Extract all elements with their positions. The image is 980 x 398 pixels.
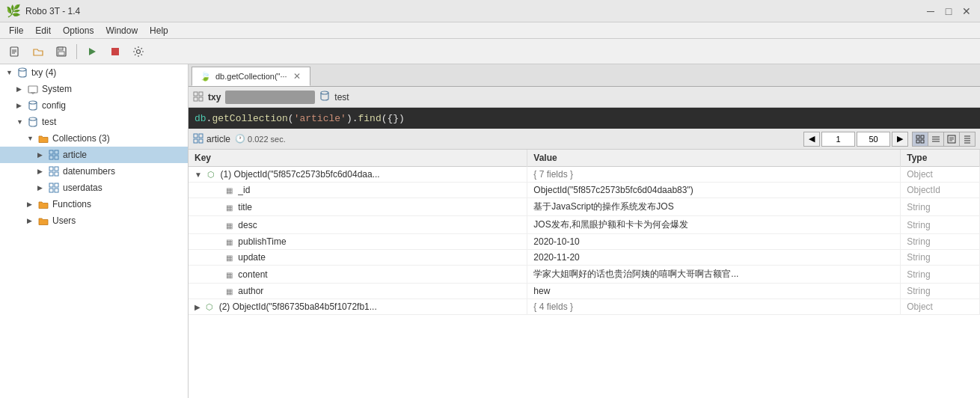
- config-arrow: ▶: [16, 102, 27, 109]
- sidebar-item-userdatas[interactable]: ▶ userdatas: [0, 180, 188, 196]
- nav-next-button[interactable]: ▶: [892, 132, 908, 147]
- row-update-value: 2020-11-20: [527, 250, 901, 266]
- table-row[interactable]: ▦ desc JOS发布,和黑眼护额和卡卡为何会爆发 String: [189, 216, 980, 234]
- sidebar-functions-label: Functions: [52, 199, 91, 209]
- sidebar-item-txy[interactable]: ▼ txy (4): [0, 64, 188, 81]
- qe-string-arg: 'article': [294, 113, 346, 124]
- row1-key-text: (1) ObjectId("5f857c2573b5fc6d04daa...: [221, 169, 380, 180]
- userdatas-collection-icon: [48, 182, 60, 194]
- row2-key-text: (2) ObjectId("5f86735ba84b5f1072fb1...: [219, 301, 377, 312]
- table-row[interactable]: ▦ title 基于JavaScript的操作系统发布JOS String: [189, 198, 980, 216]
- app-icon: 🌿: [6, 4, 21, 18]
- row-desc-value: JOS发布,和黑眼护额和卡卡为何会爆发: [527, 216, 901, 234]
- row2-obj-icon: ⬡: [206, 302, 213, 311]
- toolbar-separator: [76, 44, 77, 59]
- svg-rect-23: [55, 172, 58, 176]
- svg-rect-22: [49, 172, 53, 176]
- query-bar-icon: [193, 91, 203, 103]
- row-id-value: ObjectId("5f857c2573b5fc6d04daab83"): [527, 183, 901, 198]
- sidebar-userdatas-label: userdatas: [63, 183, 102, 193]
- child-field-icon: ▦: [226, 271, 233, 279]
- svg-point-14: [29, 101, 37, 104]
- nav-prev-button[interactable]: ◀: [803, 132, 820, 147]
- toolbar-save-btn[interactable]: [51, 42, 72, 61]
- config-db-icon: [27, 100, 39, 111]
- toolbar-stop-btn[interactable]: [105, 42, 126, 61]
- system-arrow: ▶: [16, 85, 27, 93]
- col-type-header: Type: [901, 150, 980, 167]
- sidebar-item-datenumbers[interactable]: ▶ datenumbers: [0, 163, 188, 180]
- qe-db-kw: db: [195, 113, 206, 124]
- view-text-button[interactable]: [943, 132, 960, 147]
- menu-help[interactable]: Help: [144, 24, 174, 37]
- table-row[interactable]: ▦ author hew String: [189, 284, 980, 299]
- view-custom-button[interactable]: [959, 132, 976, 147]
- menu-window[interactable]: Window: [99, 24, 144, 37]
- row-content-key: content: [238, 269, 267, 280]
- col-value-header: Value: [527, 150, 901, 167]
- table-row[interactable]: ▦ content 学家大姐啊好的话也贵治阿姨的嘻啊大哥啊古额官... Stri…: [189, 266, 980, 284]
- svg-rect-37: [916, 135, 919, 138]
- results-nav: ◀ ▶: [803, 132, 976, 147]
- txy-arrow: ▼: [6, 69, 16, 76]
- row-id-key: _id: [238, 185, 250, 195]
- table-row[interactable]: ▼ ⬡ (1) ObjectId("5f857c2573b5fc6d04daa.…: [189, 167, 980, 183]
- row-title-value: 基于JavaScript的操作系统发布JOS: [527, 198, 901, 216]
- menu-file[interactable]: File: [3, 24, 29, 37]
- svg-rect-31: [199, 97, 203, 101]
- svg-rect-6: [58, 52, 64, 55]
- sidebar-test-label: test: [42, 117, 56, 127]
- sidebar-item-users[interactable]: ▶ Users: [0, 212, 188, 229]
- row-desc-key: desc: [238, 220, 257, 230]
- tab-close-button[interactable]: ✕: [292, 71, 302, 82]
- sidebar-item-functions[interactable]: ▶ Functions: [0, 196, 188, 212]
- query-tab[interactable]: 🍃 db.getCollection("··· ✕: [192, 67, 310, 86]
- sidebar-item-article[interactable]: ▶ article: [0, 147, 188, 163]
- svg-point-9: [137, 49, 141, 53]
- nav-page-size-input[interactable]: [857, 132, 890, 147]
- toolbar-run-btn[interactable]: [82, 42, 102, 61]
- row2-expand-arrow: ▶: [195, 303, 200, 311]
- tab-bar: 🍃 db.getCollection("··· ✕: [189, 64, 980, 87]
- view-list-button[interactable]: [928, 132, 944, 147]
- child-field-icon: ▦: [226, 287, 233, 296]
- query-test-label: test: [334, 92, 349, 102]
- query-db-small-icon: [319, 91, 330, 103]
- col-key-header: Key: [189, 150, 527, 167]
- svg-rect-20: [49, 167, 53, 171]
- close-button[interactable]: ✕: [959, 4, 974, 19]
- query-editor[interactable]: db.getCollection('article').find({}): [189, 108, 980, 129]
- svg-rect-30: [194, 97, 197, 101]
- sidebar-item-test[interactable]: ▼ test: [0, 114, 188, 130]
- table-row[interactable]: ▦ publishTime 2020-10-10 String: [189, 234, 980, 250]
- toolbar: [0, 39, 980, 64]
- svg-rect-28: [194, 92, 197, 96]
- table-row[interactable]: ▶ ⬡ (2) ObjectId("5f86735ba84b5f1072fb1.…: [189, 299, 980, 315]
- row-content-value: 学家大姐啊好的话也贵治阿姨的嘻啊大哥啊古额官...: [527, 266, 901, 284]
- table-row[interactable]: ▦ _id ObjectId("5f857c2573b5fc6d04daab83…: [189, 183, 980, 198]
- sidebar-item-config[interactable]: ▶ config: [0, 97, 188, 114]
- minimize-button[interactable]: ─: [923, 4, 938, 19]
- menu-options[interactable]: Options: [57, 24, 99, 37]
- query-db-name: txy: [208, 92, 221, 102]
- sidebar-item-collections[interactable]: ▼ Collections (3): [0, 130, 188, 147]
- menu-edit[interactable]: Edit: [29, 24, 57, 37]
- maximize-button[interactable]: □: [941, 4, 956, 19]
- sidebar-article-label: article: [63, 150, 87, 160]
- row-publishtime-key: publishTime: [238, 236, 286, 247]
- row-update-type: String: [901, 250, 980, 266]
- view-table-button[interactable]: [912, 132, 928, 147]
- toolbar-open-btn[interactable]: [28, 42, 49, 61]
- row-title-key: title: [238, 202, 252, 212]
- row-title-type: String: [901, 198, 980, 216]
- row1-value: { 7 fields }: [533, 169, 573, 180]
- test-arrow: ▼: [16, 118, 27, 126]
- toolbar-settings-btn[interactable]: [128, 42, 149, 61]
- table-row[interactable]: ▦ update 2020-11-20 String: [189, 250, 980, 266]
- sidebar-system-label: System: [42, 84, 72, 94]
- nav-page-start-input[interactable]: [821, 132, 855, 147]
- row1-expand-arrow: ▼: [195, 171, 202, 179]
- sidebar-item-system[interactable]: ▶ System: [0, 81, 188, 97]
- row2-value: { 4 fields }: [533, 301, 573, 312]
- toolbar-new-btn[interactable]: [4, 42, 25, 61]
